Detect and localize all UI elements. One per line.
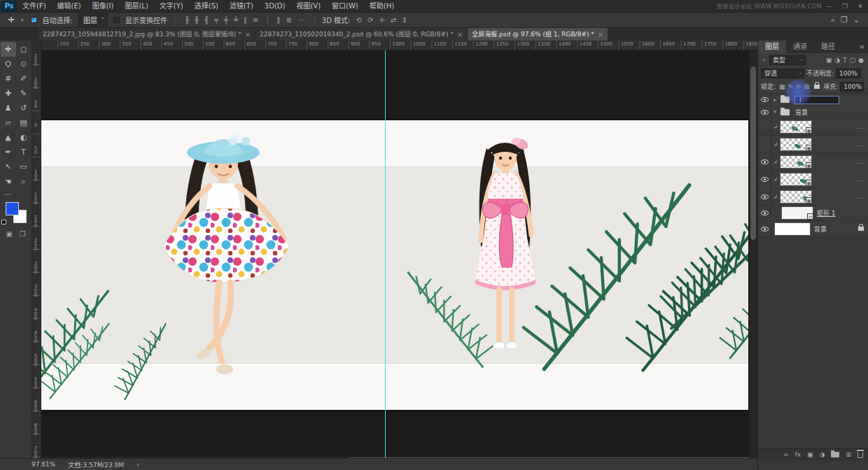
layer-visibility-toggle[interactable]: [758, 188, 771, 205]
hand-tool[interactable]: ☚: [1, 174, 16, 189]
layer-visibility-toggle[interactable]: [758, 221, 771, 236]
group-collapse-icon[interactable]: ▸: [771, 97, 778, 103]
layer-style-icon[interactable]: fx: [795, 451, 802, 458]
move-tool[interactable]: ✛: [1, 42, 16, 57]
close-button[interactable]: ✕: [853, 0, 868, 13]
align-icon-8[interactable]: ⋮: [261, 16, 274, 24]
zoom-level[interactable]: 97.61%: [31, 461, 55, 468]
align-icon-5[interactable]: ╧: [231, 16, 241, 24]
align-icon-10[interactable]: ≣: [283, 16, 294, 24]
align-icon-9[interactable]: ∥: [274, 16, 283, 24]
dodge-tool[interactable]: ◐: [16, 130, 31, 145]
layer-row-6[interactable]: ↲▦...: [758, 188, 868, 206]
layer-visibility-toggle[interactable]: [758, 94, 771, 106]
workspace-icon[interactable]: ❒: [841, 15, 848, 24]
minimize-button[interactable]: —: [822, 0, 837, 13]
layer-thumbnail[interactable]: ▭: [781, 206, 813, 220]
delete-layer-icon[interactable]: [858, 452, 863, 458]
auto-select-dropdown[interactable]: 图层: [78, 13, 108, 27]
show-transform-checkbox[interactable]: [113, 17, 120, 23]
tab-close-icon[interactable]: ×: [245, 29, 251, 41]
menu-item-6[interactable]: 滤镜(T): [224, 0, 259, 13]
align-icon-1[interactable]: ╫: [192, 16, 202, 24]
filter-icon-4[interactable]: ●: [857, 57, 865, 64]
align-icon-4[interactable]: ╪: [221, 16, 231, 24]
menu-item-10[interactable]: 帮助(H): [364, 0, 400, 13]
marquee-tool[interactable]: ◻: [16, 42, 31, 57]
align-icon-0[interactable]: ╟: [182, 16, 192, 24]
tab-channels[interactable]: 通道: [786, 41, 814, 53]
document-tab-0[interactable]: 22874273_105944812719_2.jpg @ 83.3% (图层 …: [38, 28, 255, 41]
tool-preset-caret-icon[interactable]: ▾: [21, 17, 24, 23]
layer-thumbnail[interactable]: ▦: [780, 155, 812, 169]
filter-icon-2[interactable]: T: [841, 57, 848, 64]
adjustment-layer-icon[interactable]: ◑: [820, 451, 825, 458]
chevron-down-icon[interactable]: ⌄: [853, 15, 860, 24]
tab-paths[interactable]: 路径: [814, 41, 842, 53]
layer-row-5[interactable]: ↲▦...: [758, 171, 868, 188]
foreground-color-swatch[interactable]: [6, 202, 19, 215]
group-expand-icon[interactable]: ▾: [771, 109, 778, 115]
stamp-tool[interactable]: ♟: [1, 101, 16, 115]
lasso-tool[interactable]: Ϙ: [1, 57, 16, 71]
blur-tool[interactable]: ▲: [1, 130, 16, 145]
filter-icon-0[interactable]: ▣: [825, 57, 834, 64]
auto-select-checkbox[interactable]: [31, 17, 37, 23]
shape-tool[interactable]: ▭: [16, 159, 31, 174]
layer-visibility-toggle[interactable]: [758, 136, 771, 152]
filter-icon-1[interactable]: ◑: [833, 57, 841, 64]
3d-mode-icon-3[interactable]: ⇄: [388, 16, 399, 24]
align-icon-2[interactable]: ╢: [202, 16, 211, 24]
tab-close-icon[interactable]: ×: [457, 29, 463, 41]
layer-thumbnail[interactable]: ▦: [780, 138, 812, 151]
zoom-tool[interactable]: ⌕: [16, 174, 31, 189]
layer-row-3[interactable]: ↲▦...: [758, 136, 868, 153]
menu-item-3[interactable]: 图层(L): [119, 0, 153, 13]
layer-thumbnail[interactable]: ▦: [780, 190, 812, 204]
eyedropper-tool[interactable]: ✐: [16, 71, 31, 86]
3d-mode-icon-1[interactable]: ⟳: [365, 16, 376, 24]
tab-layers[interactable]: 图层: [758, 41, 786, 53]
3d-mode-icon-4[interactable]: ⇕: [399, 16, 410, 24]
quick-mask-icon[interactable]: ▣: [6, 230, 12, 238]
3d-mode-icon-2[interactable]: ✛: [376, 16, 387, 24]
filter-icon-3[interactable]: ▢: [848, 57, 858, 64]
history-brush-tool[interactable]: ↺: [16, 101, 31, 115]
3d-mode-icon-0[interactable]: ⟲: [353, 16, 364, 24]
menu-item-0[interactable]: 文件(F): [17, 0, 52, 13]
document-tab-1[interactable]: 22874273_110502019340_2.psd @ 60.6% (图层 …: [255, 28, 468, 41]
layer-row-0[interactable]: ▸: [758, 94, 868, 106]
document-tab-2[interactable]: 全屏海报.psd @ 97.6% (组 1, RGB/8#) *×: [468, 28, 608, 41]
vertical-scrollbar[interactable]: [749, 50, 757, 458]
layer-row-1[interactable]: ▾背景: [758, 106, 868, 118]
quick-select-tool[interactable]: ⊙: [16, 57, 31, 71]
add-mask-icon[interactable]: ▣: [807, 451, 813, 458]
default-colors-icon[interactable]: [1, 220, 6, 225]
tab-close-icon[interactable]: ×: [598, 29, 603, 41]
type-tool[interactable]: T: [16, 145, 31, 159]
layer-visibility-toggle[interactable]: [758, 171, 771, 187]
layer-row-8[interactable]: 背景: [758, 221, 868, 237]
layer-thumbnail[interactable]: ▦: [780, 120, 812, 134]
canvas-area[interactable]: [41, 50, 749, 458]
new-group-icon[interactable]: [831, 452, 839, 457]
document-poster[interactable]: [41, 120, 748, 410]
layer-row-4[interactable]: ↲▦...: [758, 153, 868, 171]
align-icon-11[interactable]: ⋯: [295, 16, 307, 24]
menu-item-8[interactable]: 视图(V): [290, 0, 326, 13]
layer-visibility-toggle[interactable]: [758, 106, 771, 118]
layer-visibility-toggle[interactable]: [758, 118, 771, 135]
align-icon-7[interactable]: ≡: [250, 16, 261, 24]
panel-menu-icon[interactable]: ≡: [859, 43, 868, 50]
path-select-tool[interactable]: ↖: [1, 159, 16, 174]
horizontal-ruler[interactable]: 2002503003504004505005506006507007508008…: [41, 41, 757, 50]
crop-tool[interactable]: #: [1, 71, 16, 86]
layer-visibility-toggle[interactable]: [758, 153, 771, 170]
lock-all-icon[interactable]: [814, 85, 820, 89]
menu-item-7[interactable]: 3D(D): [259, 0, 291, 13]
opacity-dropdown[interactable]: 100%: [836, 69, 861, 78]
healing-tool[interactable]: ✚: [1, 86, 16, 101]
layer-thumbnail[interactable]: [774, 222, 811, 236]
filter-kind-dropdown[interactable]: 类型: [769, 55, 806, 65]
new-layer-icon[interactable]: ⊞: [846, 451, 851, 458]
